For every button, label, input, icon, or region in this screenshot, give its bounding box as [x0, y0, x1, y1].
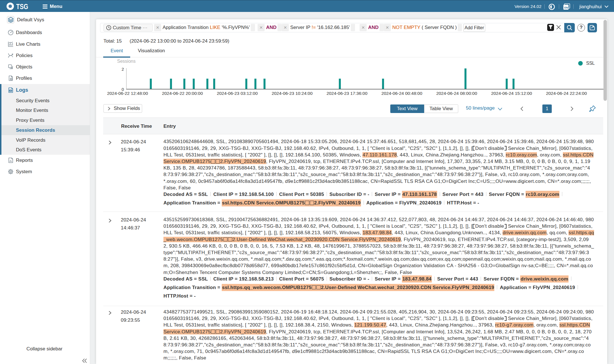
svg-text:EN: EN — [564, 6, 568, 9]
